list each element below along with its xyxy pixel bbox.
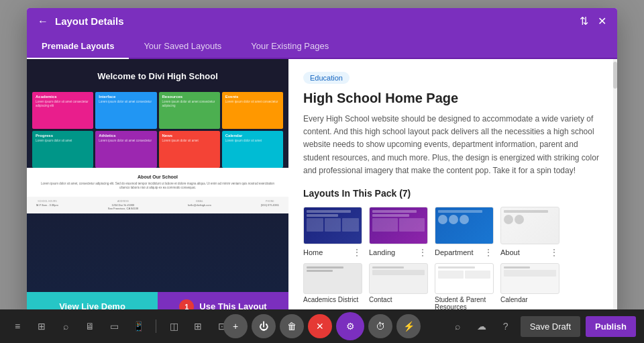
thumb-bar <box>504 210 548 213</box>
sort-icon[interactable]: ⇅ <box>580 15 588 28</box>
modal-header: ← Layout Details ⇅ ✕ <box>27 8 617 34</box>
back-icon[interactable]: ← <box>38 15 48 28</box>
page-settings-button[interactable]: ⏻ <box>252 314 276 338</box>
info-right-icon[interactable]: ? <box>496 317 515 336</box>
menu-icon[interactable]: ≡ <box>8 317 27 336</box>
scroll-thumb[interactable] <box>613 62 617 89</box>
divi-settings-button[interactable]: ⚙ <box>336 312 364 340</box>
card-text-extra1: Lorem ipsum dolor sit amet <box>162 139 217 143</box>
partial-thumb-academics[interactable]: Academics District <box>303 263 362 311</box>
preview-hero: Welcome to Divi High School <box>27 59 288 92</box>
card-text-resources: Lorem ipsum dolor sit amet consectetur a… <box>162 100 217 108</box>
partial-pages: Academics District Contact <box>303 263 602 311</box>
layout-thumb-landing-more[interactable]: ⋮ <box>417 247 428 258</box>
card-text-interface: Lorem ipsum dolor sit amet consectetur <box>99 100 153 104</box>
bottom-toolbar: ≡ ⊞ ⌕ 🖥 ▭ 📱 ◫ ⊞ ⊡ + ⏻ 🗑 ✕ ⚙ ⏱ ⚡ ⌕ ☁ ? Sa… <box>0 309 644 343</box>
partial-name-contact: Contact <box>369 296 428 303</box>
search-icon[interactable]: ⌕ <box>56 317 75 336</box>
card-title-events: Events <box>225 95 280 99</box>
grid-icon[interactable]: ⊞ <box>32 317 51 336</box>
layout-thumb-landing-footer: Landing ⋮ <box>369 247 428 258</box>
layout-thumb-landing[interactable]: Landing ⋮ <box>369 207 428 258</box>
thumb-content-landing <box>370 207 427 244</box>
toolbar-left: ≡ ⊞ ⌕ 🖥 ▭ 📱 ◫ ⊞ ⊡ <box>8 317 231 336</box>
card-text-progress: Lorem ipsum dolor sit amet <box>36 139 90 143</box>
layouts-in-pack-title: Layouts In This Pack (7) <box>303 188 602 199</box>
portability-button[interactable]: ⏱ <box>368 314 392 338</box>
thumb-block-item <box>307 218 323 232</box>
thumb-circle <box>460 215 469 224</box>
card-text-events: Lorem ipsum dolor sit amet consectetur <box>225 100 280 104</box>
thumb-block-item <box>399 218 425 232</box>
layouts-grid: Home ⋮ <box>303 207 602 258</box>
card-text-extra2: Lorem ipsum dolor sit amet <box>225 139 280 143</box>
preview-hero-title: Welcome to Divi High School <box>40 71 275 83</box>
modal-header-right: ⇅ ✕ <box>580 15 606 28</box>
card-title-extra1: News <box>162 134 217 138</box>
tabs-bar: Premade Layouts Your Saved Layouts Your … <box>27 34 617 59</box>
thumb-circle <box>449 215 458 224</box>
thumb-block <box>372 218 425 232</box>
preview-card-progress: Progress Lorem ipsum dolor sit amet <box>32 131 93 168</box>
layers-icon[interactable]: ◫ <box>164 317 183 336</box>
partial-name-student-parent: Student & Parent Resources <box>435 296 494 311</box>
layout-thumb-about[interactable]: About ⋮ <box>500 207 559 258</box>
partial-thumb-student-parent-img <box>435 263 494 294</box>
layout-thumb-home-img <box>303 207 362 244</box>
search-right-icon[interactable]: ⌕ <box>448 317 467 336</box>
thumb-block-item <box>342 218 359 232</box>
exit-button[interactable]: ✕ <box>308 314 332 338</box>
toolbar-center: + ⏻ 🗑 ✕ ⚙ ⏱ ⚡ <box>223 312 421 340</box>
history-icon[interactable]: ⊞ <box>189 317 207 336</box>
thumb-circle <box>515 215 524 224</box>
layout-thumb-about-name: About <box>500 248 520 256</box>
help-right-icon[interactable]: ☁ <box>472 317 491 336</box>
contact-phone: PHONE (555) 075-0361 <box>261 200 279 210</box>
preview-card-academics: Academics Lorem ipsum dolor sit amet con… <box>32 92 93 129</box>
partial-thumb-student-parent[interactable]: Student & Parent Resources <box>435 263 494 311</box>
thumb-circles <box>504 215 556 224</box>
add-content-button[interactable]: + <box>223 314 248 338</box>
device-tablet-icon[interactable]: ▭ <box>105 317 123 336</box>
layout-thumb-department-footer: Department ⋮ <box>435 247 494 258</box>
layout-thumb-department-img <box>435 207 494 244</box>
contact-hours: SCHOOL HOURS M-F 8am - 3:30pm <box>36 200 58 210</box>
save-draft-button[interactable]: Save Draft <box>521 316 580 337</box>
thumb-bar <box>307 210 351 213</box>
modal-header-left: ← Layout Details <box>38 15 124 28</box>
preview-card-interface: Interface Lorem ipsum dolor sit amet con… <box>95 92 156 129</box>
layout-details-modal: ← Layout Details ⇅ ✕ Premade Layouts You… <box>27 8 617 322</box>
divider <box>156 320 156 333</box>
contact-address: ADDRESS 1234 Divi St #1000San Francisco,… <box>108 200 138 210</box>
partial-thumb-calendar[interactable]: Calendar <box>500 263 559 311</box>
layout-title: High School Home Page <box>303 91 602 106</box>
history-btn[interactable]: ⚡ <box>396 314 421 338</box>
thumb-bar <box>307 214 338 217</box>
thumb-bar <box>372 214 409 217</box>
device-phone-icon[interactable]: 📱 <box>129 317 148 336</box>
publish-button[interactable]: Publish <box>586 316 636 337</box>
thumb-content-about <box>501 207 559 244</box>
close-modal-button[interactable]: ✕ <box>598 15 606 28</box>
scroll-track <box>613 59 617 322</box>
card-title-athletics: Athletics <box>99 134 153 138</box>
preview-image: Welcome to Divi High School Academics Lo… <box>27 59 288 292</box>
tab-premade-layouts[interactable]: Premade Layouts <box>27 34 129 59</box>
layout-thumb-about-more[interactable]: ⋮ <box>549 247 559 258</box>
layout-thumb-department[interactable]: Department ⋮ <box>435 207 494 258</box>
layout-thumb-home[interactable]: Home ⋮ <box>303 207 362 258</box>
thumb-block-item <box>325 218 341 232</box>
trash-button[interactable]: 🗑 <box>280 314 304 338</box>
thumb-content-home <box>304 207 362 244</box>
tab-existing-pages[interactable]: Your Existing Pages <box>236 34 343 59</box>
device-desktop-icon[interactable]: 🖥 <box>80 317 99 336</box>
thumb-block <box>307 218 359 232</box>
preview-panel: Welcome to Divi High School Academics Lo… <box>27 59 288 322</box>
tab-saved-layouts[interactable]: Your Saved Layouts <box>129 34 236 59</box>
partial-name-academics: Academics District <box>303 296 362 303</box>
preview-card-extra1: News Lorem ipsum dolor sit amet <box>159 131 220 168</box>
thumb-circle <box>438 215 447 224</box>
layout-thumb-department-more[interactable]: ⋮ <box>483 247 494 258</box>
partial-thumb-contact[interactable]: Contact <box>369 263 428 311</box>
layout-thumb-home-more[interactable]: ⋮ <box>352 247 362 258</box>
